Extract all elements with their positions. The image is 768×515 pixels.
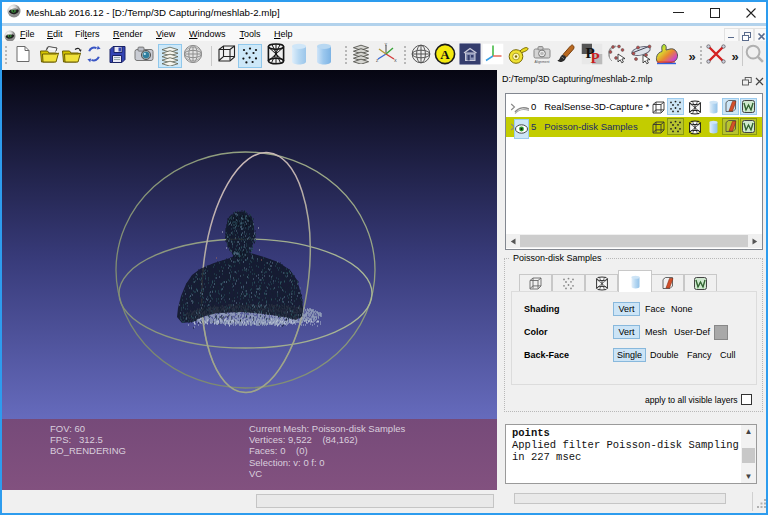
- svg-text:A: A: [440, 47, 450, 62]
- svg-text:P: P: [591, 50, 600, 65]
- svg-text:Alignment: Alignment: [534, 60, 549, 64]
- svg-text:X: X: [394, 58, 397, 63]
- svg-text:Y: Y: [384, 43, 387, 47]
